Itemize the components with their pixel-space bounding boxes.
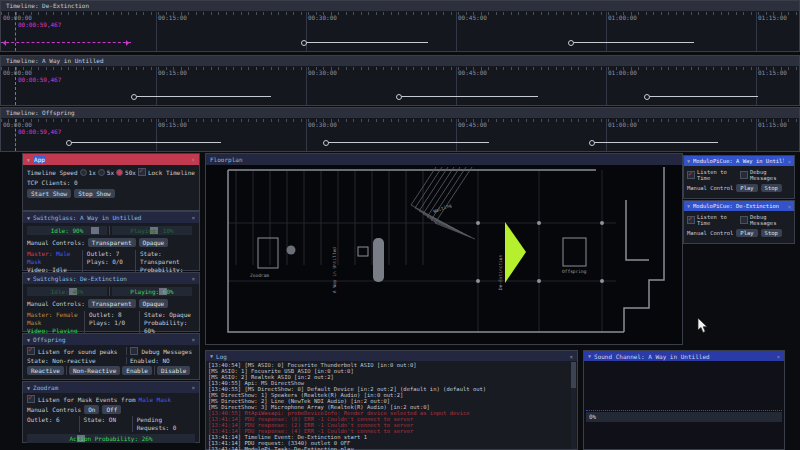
timeline-time-label: 00:15:00 [158, 121, 187, 128]
collapse-icon[interactable]: ▼ [27, 215, 30, 221]
radio-50x[interactable] [116, 169, 123, 176]
app-titlebar[interactable]: ▼ App × [23, 154, 199, 165]
collapse-icon[interactable]: ▼ [27, 276, 30, 282]
timeline-gridline [456, 12, 457, 51]
close-icon[interactable]: × [191, 384, 195, 391]
action-probability-bar: Action Probability: 26% [27, 434, 195, 443]
close-icon[interactable]: × [191, 214, 195, 221]
listen-mask-events-checkbox[interactable] [27, 395, 35, 403]
panel-title: Sound Channel: A Way in Untilled [594, 353, 710, 360]
start-show-button[interactable]: Start Show [27, 189, 71, 198]
listen-to-time-checkbox[interactable] [687, 171, 695, 179]
disable-button[interactable]: Disable [157, 366, 190, 375]
switchglass-de-extinction-titlebar[interactable]: ▼ Switchglass: De-Extinction × [23, 273, 199, 284]
debug-messages-checkbox[interactable] [740, 216, 748, 224]
timeline-titlebar[interactable]: Timeline: De-Extinction [1, 1, 799, 11]
collapse-icon[interactable]: ▼ [27, 385, 30, 391]
timeline-clip-handle[interactable] [301, 40, 307, 46]
sound-channel-titlebar[interactable]: ▼ Sound Channel: A Way in Untilled × [584, 351, 784, 361]
close-icon[interactable]: × [787, 158, 791, 165]
state-value: State: Transparent [140, 250, 195, 266]
opaque-button[interactable]: Opaque [139, 238, 169, 247]
collapse-icon[interactable]: ▼ [210, 353, 213, 359]
timeline-clip-handle[interactable] [568, 40, 574, 46]
timeline-clip[interactable] [400, 96, 538, 97]
close-icon[interactable]: × [569, 353, 573, 360]
on-button[interactable]: On [84, 405, 99, 414]
timeline-time-label: 01:00:00 [608, 121, 637, 128]
timeline-titlebar[interactable]: Timeline: A Way in Untilled [1, 56, 799, 66]
play-button[interactable]: Play [736, 184, 757, 192]
modulopicue-a-way-titlebar[interactable]: ▼ ModuloPiCue: A Way in Untille… × [684, 156, 794, 166]
timeline-clip[interactable] [135, 96, 271, 97]
transparent-button[interactable]: Transparent [88, 299, 136, 308]
timeline-titlebar[interactable]: Timeline: Offspring [1, 108, 799, 118]
floorplan-titlebar[interactable]: Floorplan [206, 154, 682, 165]
timeline-clip[interactable] [593, 142, 718, 143]
reactive-button[interactable]: Reactive [27, 366, 64, 375]
timeline-loop-region[interactable] [1, 42, 131, 43]
timeline-clip-handle[interactable] [644, 94, 650, 100]
offspring-titlebar[interactable]: ▼ Offspring × [23, 334, 199, 345]
zoodram-window: ▼ Zoodram × Listen for Mask Events from … [22, 381, 200, 443]
stop-button[interactable]: Stop [761, 229, 782, 237]
timeline-time-label: 00:45:00 [458, 14, 487, 21]
timeline-playhead[interactable] [15, 119, 16, 151]
collapse-icon[interactable]: ▼ [27, 157, 30, 163]
modulopicue-de-extinction-titlebar[interactable]: ▼ ModuloPiCue: De-Extinction × [684, 201, 794, 211]
panel-title: Log [216, 353, 227, 360]
log-titlebar[interactable]: ▼ Log × [206, 351, 577, 361]
collapse-icon[interactable]: ▼ [687, 158, 690, 164]
timeline-clip[interactable] [572, 42, 694, 43]
timeline-clip[interactable] [70, 142, 221, 143]
timeline-gridline [456, 119, 457, 151]
timeline-clip-handle[interactable] [66, 140, 72, 146]
close-icon[interactable]: × [191, 156, 195, 163]
close-icon[interactable]: × [776, 353, 780, 360]
manual-control-label: Manual Control [687, 185, 733, 191]
collapse-icon[interactable]: ▼ [27, 337, 30, 343]
zoodram-titlebar[interactable]: ▼ Zoodram × [23, 382, 199, 393]
transparent-button[interactable]: Transparent [88, 238, 136, 247]
opaque-button[interactable]: Opaque [139, 299, 169, 308]
close-icon[interactable]: × [191, 336, 195, 343]
timeline-clip[interactable] [648, 96, 758, 97]
log-scrollbar[interactable] [571, 362, 576, 449]
timeline-clip-handle[interactable] [323, 140, 329, 146]
app-title: App [33, 156, 46, 163]
debug-messages-checkbox[interactable] [130, 347, 138, 355]
de-extinction-label: De-Extinction [498, 254, 503, 290]
timeline-gridline [156, 67, 157, 105]
radio-1x[interactable] [80, 169, 87, 176]
mask-events-source: Male Mask [139, 396, 172, 403]
listen-to-time-checkbox[interactable] [687, 216, 695, 224]
debug-messages-checkbox[interactable] [740, 171, 748, 179]
timeline-clip[interactable] [305, 42, 428, 43]
play-button[interactable]: Play [736, 229, 757, 237]
collapse-icon[interactable]: ▼ [687, 203, 690, 209]
timeline-clip[interactable] [327, 142, 489, 143]
timeline-time-label: 00:15:00 [158, 69, 187, 76]
lock-timeline-checkbox[interactable] [138, 168, 146, 176]
listen-sound-peaks-checkbox[interactable] [27, 347, 35, 355]
enable-button[interactable]: Enable [122, 366, 152, 375]
close-icon[interactable]: × [191, 275, 195, 282]
timeline-clip-handle[interactable] [589, 140, 595, 146]
close-icon[interactable]: × [787, 203, 791, 210]
timeline-clip-handle[interactable] [131, 94, 137, 100]
timeline-time-label: 00:00:00 [3, 69, 32, 76]
non-reactive-button[interactable]: Non-Reactive [69, 366, 120, 375]
timeline-playhead[interactable] [15, 67, 16, 105]
stop-button[interactable]: Stop [761, 184, 782, 192]
timeline-playhead[interactable] [15, 12, 16, 51]
panel-title: ModuloPiCue: A Way in Untille… [693, 158, 784, 164]
timeline-clip-handle[interactable] [396, 94, 402, 100]
timeline-gridline [306, 119, 307, 151]
idle-progress: Idle: 90% [27, 226, 107, 235]
switchglass-a-way-titlebar[interactable]: ▼ Switchglass: A Way in Untilled × [23, 212, 199, 223]
collapse-icon[interactable]: ▼ [588, 353, 591, 359]
off-button[interactable]: Off [102, 405, 121, 414]
radio-5x[interactable] [98, 169, 105, 176]
stop-show-button[interactable]: Stop Show [74, 189, 115, 198]
master-label: Master: [27, 311, 52, 318]
